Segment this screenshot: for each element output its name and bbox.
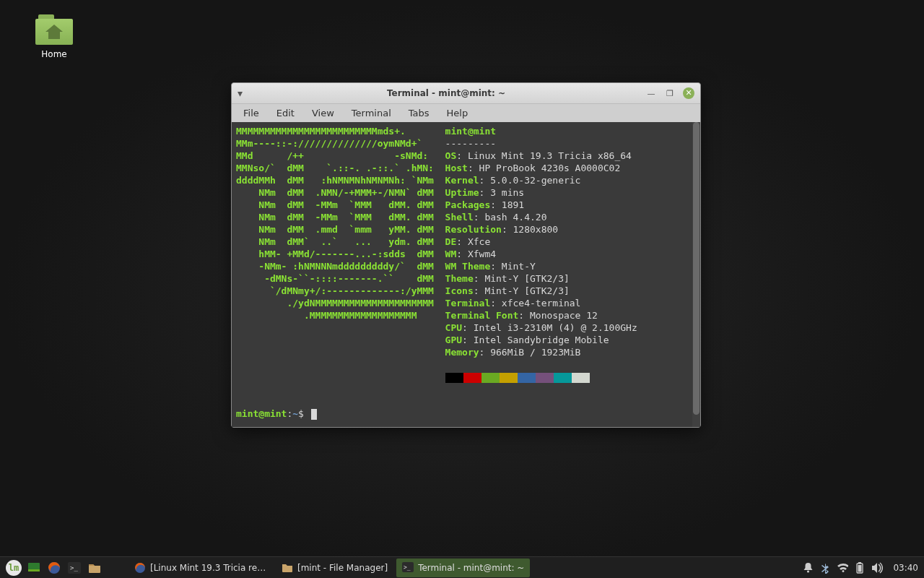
taskbar-task[interactable]: [mint - File Manager] — [276, 558, 393, 577]
volume-icon[interactable] — [871, 562, 883, 574]
panel-separator — [105, 558, 124, 577]
svg-rect-1 — [28, 569, 40, 571]
terminal-launcher[interactable]: >_ — [65, 558, 84, 577]
task-label: [Linux Mint 19.3 Tricia rele… — [150, 563, 267, 573]
menubar: File Edit View Terminal Tabs Help — [232, 103, 700, 122]
window-title: Terminal - mint@mint: ~ — [247, 88, 645, 98]
menu-help[interactable]: Help — [440, 105, 476, 121]
taskbar-task[interactable]: >_Terminal - mint@mint: ~ — [396, 558, 530, 577]
firefox-launcher[interactable] — [45, 558, 64, 577]
menu-view[interactable]: View — [305, 105, 341, 121]
battery-icon[interactable] — [854, 562, 866, 574]
menu-file[interactable]: File — [236, 105, 266, 121]
mint-logo-icon: lm — [6, 560, 22, 576]
files-launcher[interactable] — [85, 558, 104, 577]
taskbar-task[interactable]: [Linux Mint 19.3 Tricia rele… — [128, 558, 273, 577]
firefox-icon — [48, 561, 61, 574]
show-desktop-button[interactable] — [25, 558, 43, 577]
terminal-icon: >_ — [68, 562, 81, 574]
folder-icon — [35, 14, 73, 45]
svg-text:>_: >_ — [404, 564, 411, 571]
system-tray: 03:40 — [802, 562, 920, 574]
task-icon: >_ — [402, 562, 414, 574]
desktop-home-icon[interactable]: Home — [29, 14, 79, 59]
terminal-window: ▾ Terminal - mint@mint: ~ — ❐ ✕ File Edi… — [231, 82, 701, 428]
window-menu-dropdown-icon[interactable]: ▾ — [237, 87, 243, 99]
menu-tabs[interactable]: Tabs — [401, 105, 437, 121]
panel-clock[interactable]: 03:40 — [893, 563, 918, 573]
svg-point-8 — [807, 570, 809, 572]
svg-text:>_: >_ — [70, 564, 78, 571]
close-button[interactable]: ✕ — [683, 87, 694, 99]
maximize-button[interactable]: ❐ — [664, 87, 676, 99]
svg-rect-10 — [858, 562, 861, 564]
menu-terminal[interactable]: Terminal — [344, 105, 398, 121]
task-icon — [282, 562, 293, 574]
titlebar[interactable]: ▾ Terminal - mint@mint: ~ — ❐ ✕ — [232, 83, 700, 103]
terminal-scrollbar[interactable] — [692, 122, 700, 427]
minimize-button[interactable]: — — [645, 87, 657, 99]
svg-rect-11 — [858, 565, 862, 572]
network-icon[interactable] — [837, 562, 848, 574]
bluetooth-icon[interactable] — [819, 562, 831, 574]
terminal-area[interactable]: MMMMMMMMMMMMMMMMMMMMMMMMMmds+. mint@mint… — [232, 122, 700, 427]
start-menu-button[interactable]: lm — [4, 558, 23, 577]
notifications-icon[interactable] — [802, 562, 814, 574]
taskbar: lm >_ [Linux Mint 19.3 Tricia rele…[mint… — [0, 556, 924, 578]
task-label: [mint - File Manager] — [297, 563, 388, 573]
desktop-home-label: Home — [29, 49, 79, 59]
task-label: Terminal - mint@mint: ~ — [418, 563, 524, 573]
desktop-icon — [27, 562, 40, 574]
task-icon — [134, 562, 146, 574]
folder-icon — [88, 562, 101, 574]
menu-edit[interactable]: Edit — [269, 105, 302, 121]
